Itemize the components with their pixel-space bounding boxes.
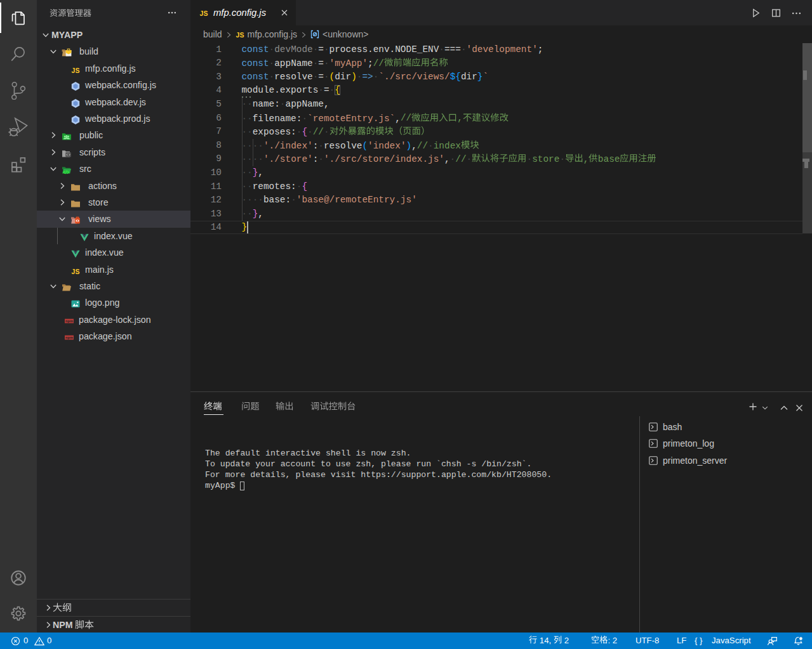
svg-text:JS: JS	[200, 10, 208, 17]
svg-text:JS: JS	[72, 268, 80, 275]
svg-text:JS: JS	[72, 67, 80, 74]
svg-text:npm: npm	[65, 336, 73, 339]
svg-text:npm: npm	[65, 319, 73, 323]
svg-text:JS: JS	[236, 31, 244, 39]
